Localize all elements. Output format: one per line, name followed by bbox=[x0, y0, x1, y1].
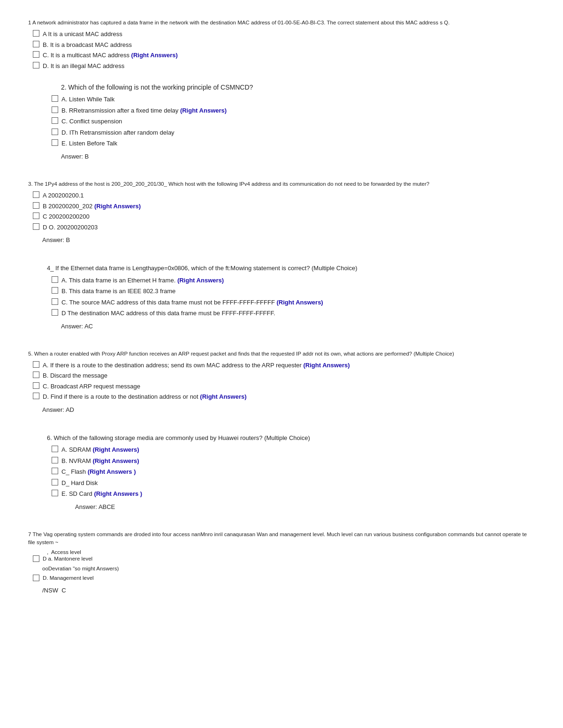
list-item: D The destination MAC address of this da… bbox=[52, 309, 535, 318]
q7-sub: , Access level bbox=[47, 549, 535, 555]
q5-answer: Answer: AD bbox=[42, 406, 535, 413]
q2-options: A. Listen While Talk B. RRetransmission … bbox=[52, 95, 535, 148]
q4-options: A. This data frame is an Ethernet H fram… bbox=[52, 276, 535, 318]
question-6: 6. Which of the fallowing storage media … bbox=[47, 433, 535, 510]
list-item: C_ Flash (Right Answers ) bbox=[52, 467, 535, 477]
list-item: B 200200200_202 (Right Answers) bbox=[33, 202, 535, 211]
list-item: C. Conflict suspension bbox=[52, 117, 535, 126]
checkbox-icon[interactable] bbox=[52, 117, 58, 124]
list-item: D a. Mantonere level bbox=[33, 555, 535, 563]
q4-text: 4_ If the Ethernet data frame is Lengtha… bbox=[47, 264, 535, 273]
checkbox-icon[interactable] bbox=[52, 276, 58, 283]
q5-text: 5. When a router enabled with Proxy ARP … bbox=[28, 350, 535, 358]
list-item: C. The source MAC address of this data f… bbox=[52, 298, 535, 307]
checkbox-icon[interactable] bbox=[52, 468, 58, 474]
checkbox-icon[interactable] bbox=[52, 287, 58, 294]
checkbox-icon[interactable] bbox=[52, 457, 58, 463]
q3-text: 3. The 1Py4 address of the host is 200_2… bbox=[28, 180, 535, 188]
checkbox-icon[interactable] bbox=[33, 555, 39, 562]
checkbox-icon[interactable] bbox=[33, 212, 39, 219]
checkbox-icon[interactable] bbox=[52, 139, 58, 146]
checkbox-icon[interactable] bbox=[52, 298, 58, 305]
checkbox-icon[interactable] bbox=[33, 361, 39, 368]
question-7: 7 The Vag operating system commands are … bbox=[28, 531, 535, 594]
q6-text: 6. Which of the fallowing storage media … bbox=[47, 433, 535, 443]
checkbox-icon[interactable] bbox=[52, 95, 58, 102]
checkbox-icon[interactable] bbox=[33, 393, 39, 399]
q1-text: 1 A network administrator has captured a… bbox=[28, 19, 535, 27]
list-item: D. ITh Retransmission after random delay bbox=[52, 128, 535, 137]
checkbox-icon[interactable] bbox=[33, 372, 39, 378]
question-3: 3. The 1Py4 address of the host is 200_2… bbox=[28, 180, 535, 243]
q3-options: A 200200200.1 B 200200200_202 (Right Ans… bbox=[33, 191, 535, 232]
list-item: A It is a unicast MAC address bbox=[33, 30, 535, 39]
question-4: 4_ If the Ethernet data frame is Lengtha… bbox=[47, 264, 535, 330]
list-item: B. It is a broadcast MAC address bbox=[33, 40, 535, 50]
q5-options: A. If there is a route to the destinatio… bbox=[33, 361, 535, 402]
checkbox-icon[interactable] bbox=[33, 382, 39, 389]
list-item: A. If there is a route to the destinatio… bbox=[33, 361, 535, 370]
list-item: ooDevratian "so might Answers) bbox=[42, 565, 535, 573]
question-5: 5. When a router enabled with Proxy ARP … bbox=[28, 350, 535, 413]
checkbox-icon[interactable] bbox=[33, 575, 39, 581]
checkbox-icon[interactable] bbox=[52, 479, 58, 485]
list-item: C. It is a multicast MAC address (Right … bbox=[33, 51, 535, 60]
checkbox-icon[interactable] bbox=[33, 202, 39, 209]
list-item: A. Listen While Talk bbox=[52, 95, 535, 104]
list-item: D. Management level bbox=[33, 574, 535, 582]
question-1: 1 A network administrator has captured a… bbox=[28, 19, 535, 70]
list-item: C. Broadcast ARP request message bbox=[33, 382, 535, 391]
q7-text: 7 The Vag operating system commands are … bbox=[28, 531, 535, 547]
checkbox-icon[interactable] bbox=[52, 106, 58, 113]
checkbox-icon[interactable] bbox=[33, 223, 39, 230]
list-item: D_ Hard Disk bbox=[52, 478, 535, 488]
checkbox-icon[interactable] bbox=[33, 191, 39, 198]
list-item: D. Find if there is a route to the desti… bbox=[33, 392, 535, 402]
list-item: A. This data frame is an Ethernet H fram… bbox=[52, 276, 535, 285]
q2-text: 2. Which of the following is not the wor… bbox=[61, 83, 535, 91]
list-item: B. NVRAM (Right Answers) bbox=[52, 456, 535, 466]
q2-answer: Answer: B bbox=[61, 153, 535, 160]
question-2: 2. Which of the following is not the wor… bbox=[47, 83, 535, 160]
q3-answer: Answer: B bbox=[42, 236, 535, 243]
checkbox-icon[interactable] bbox=[33, 51, 39, 58]
checkbox-icon[interactable] bbox=[52, 309, 58, 316]
checkbox-icon[interactable] bbox=[33, 62, 39, 68]
list-item: B. Discard the message bbox=[33, 371, 535, 380]
list-item: C 200200200200 bbox=[33, 212, 535, 221]
q4-answer: Answer: AC bbox=[61, 323, 535, 330]
checkbox-icon[interactable] bbox=[33, 41, 39, 47]
q6-options: A. SDRAM (Right Answers) B. NVRAM (Right… bbox=[52, 445, 535, 499]
checkbox-icon[interactable] bbox=[52, 446, 58, 452]
q7-answer: /NSW C bbox=[42, 587, 535, 594]
list-item: B. This data frame is an IEEE 802.3 fram… bbox=[52, 287, 535, 296]
checkbox-icon[interactable] bbox=[52, 129, 58, 135]
list-item: A 200200200.1 bbox=[33, 191, 535, 200]
list-item: E. SD Card (Right Answers ) bbox=[52, 489, 535, 499]
q6-answer: Answer: ABCE bbox=[75, 503, 535, 510]
q1-options: A It is a unicast MAC address B. It is a… bbox=[33, 30, 535, 70]
list-item: A. SDRAM (Right Answers) bbox=[52, 445, 535, 455]
checkbox-icon[interactable] bbox=[52, 490, 58, 496]
q7-options: D a. Mantonere level ooDevratian "so mig… bbox=[33, 555, 535, 582]
list-item: D O. 200200200203 bbox=[33, 223, 535, 232]
list-item: B. RRetransmission after a fixed time de… bbox=[52, 106, 535, 115]
list-item: D. It is an illegal MAC address bbox=[33, 61, 535, 71]
list-item: E. Listen Before Talk bbox=[52, 139, 535, 148]
checkbox-icon[interactable] bbox=[33, 30, 39, 37]
